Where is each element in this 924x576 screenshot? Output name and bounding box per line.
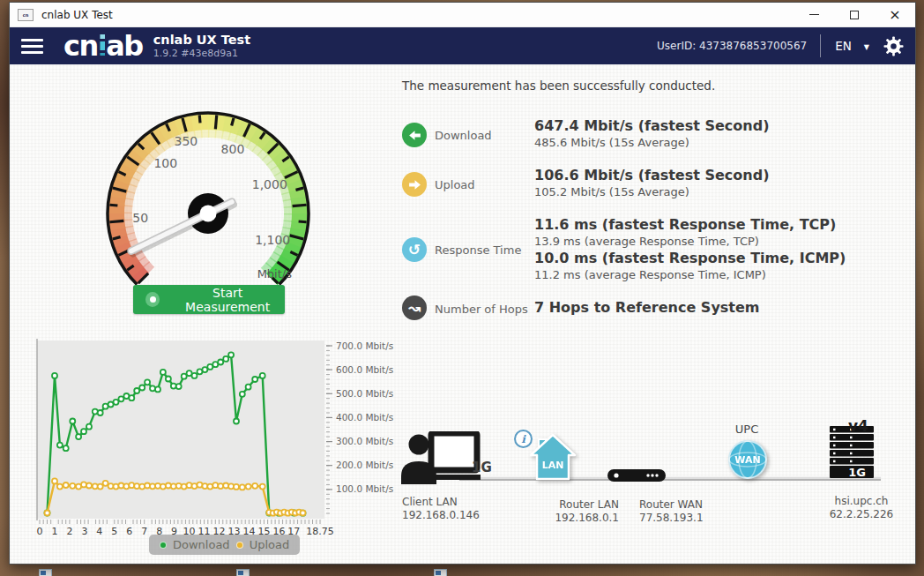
wan-globe-icon: WAN bbox=[727, 438, 769, 481]
svg-text:3: 3 bbox=[81, 526, 87, 537]
router-icon bbox=[607, 468, 666, 482]
desktop-shortcut-icon[interactable] bbox=[39, 569, 52, 576]
gear-icon bbox=[883, 36, 904, 56]
start-button-label: Start Measurement bbox=[170, 286, 285, 314]
settings-button[interactable] bbox=[883, 36, 904, 56]
hops-value: 7 Hops to Reference System bbox=[534, 299, 760, 317]
app-icon: cn bbox=[18, 9, 34, 21]
svg-text:800: 800 bbox=[221, 142, 245, 156]
response-time-icon: ↺ bbox=[402, 237, 427, 262]
svg-text:1,000: 1,000 bbox=[252, 177, 287, 191]
menu-button[interactable] bbox=[21, 39, 43, 54]
title-bar: cn cnlab UX Test × bbox=[10, 3, 915, 27]
record-icon bbox=[145, 292, 160, 307]
svg-text:200.0 Mbit/s: 200.0 Mbit/s bbox=[336, 460, 393, 470]
client-link-speed: 1G bbox=[472, 460, 492, 475]
upload-average: 105.2 Mbit/s (15s Average) bbox=[534, 184, 769, 200]
hops-icon: ↝ bbox=[402, 295, 427, 320]
svg-text:100: 100 bbox=[153, 156, 177, 170]
window-title: cnlab UX Test bbox=[41, 9, 113, 21]
desktop-shortcut-icon[interactable] bbox=[434, 569, 447, 576]
response-tcp-fastest: 11.6 ms (fastest Response Time, TCP) bbox=[534, 216, 846, 234]
server-link-speed: 1G bbox=[848, 466, 866, 479]
svg-text:600.0 Mbit/s: 600.0 Mbit/s bbox=[336, 364, 393, 375]
download-fastest: 647.4 Mbit/s (fastest Second) bbox=[534, 117, 769, 135]
svg-text:6: 6 bbox=[126, 526, 132, 537]
minimize-icon bbox=[809, 14, 819, 15]
svg-text:2: 2 bbox=[66, 526, 72, 537]
ip-version-badge: v4 bbox=[848, 417, 868, 435]
wan-label: WAN bbox=[734, 454, 760, 466]
minimize-button[interactable] bbox=[794, 3, 834, 26]
app-version: 1.9.2 #43e8d9a1 bbox=[153, 48, 250, 59]
upload-label: Upload bbox=[435, 178, 475, 191]
router-lan-label: Router LAN bbox=[517, 498, 619, 512]
hops-label: Number of Hops bbox=[435, 303, 528, 316]
svg-text:500.0 Mbit/s: 500.0 Mbit/s bbox=[336, 388, 393, 399]
gauge-unit-label: Mbit/s bbox=[208, 267, 292, 281]
status-message: The measurement has been successfully co… bbox=[402, 79, 715, 93]
svg-text:300.0 Mbit/s: 300.0 Mbit/s bbox=[336, 436, 393, 446]
maximize-button[interactable] bbox=[834, 3, 875, 26]
legend-download-label: Download bbox=[173, 538, 230, 551]
app-window: cn cnlab UX Test × cnlab cnlab UX Test 1… bbox=[9, 2, 916, 565]
response-tcp-average: 13.9 ms (average Response Time, TCP) bbox=[534, 234, 846, 250]
client-computer-icon bbox=[399, 431, 481, 484]
svg-text:18.75: 18.75 bbox=[306, 526, 334, 537]
svg-text:400.0 Mbit/s: 400.0 Mbit/s bbox=[336, 412, 393, 423]
legend-upload-label: Upload bbox=[250, 538, 290, 551]
response-icmp-fastest: 10.0 ms (fastest Response Time, ICMP) bbox=[534, 250, 846, 267]
client-lan-ip: 192.168.0.146 bbox=[402, 509, 480, 522]
provider-label: UPC bbox=[706, 423, 787, 436]
close-button[interactable]: × bbox=[875, 3, 915, 26]
desktop-shortcut-icon[interactable] bbox=[236, 569, 250, 576]
svg-text:5: 5 bbox=[111, 526, 117, 537]
lan-label: LAN bbox=[542, 460, 564, 471]
download-average: 485.6 Mbit/s (15s Average) bbox=[534, 135, 769, 151]
throughput-chart: 0123456789101112131415161718.75700.0 Mbi… bbox=[27, 336, 420, 543]
page-title: cnlab UX Test bbox=[153, 33, 250, 47]
lan-house-icon: LAN bbox=[527, 432, 578, 483]
download-legend-dot bbox=[160, 542, 167, 549]
cnlab-logo: cnlab bbox=[63, 32, 143, 60]
upload-fastest: 106.6 Mbit/s (fastest Second) bbox=[534, 167, 769, 184]
svg-text:350: 350 bbox=[174, 134, 197, 148]
network-connection-line bbox=[459, 476, 881, 481]
client-lan-label: Client LAN bbox=[402, 496, 480, 509]
start-measurement-button[interactable]: Start Measurement bbox=[133, 285, 285, 314]
content-area: The measurement has been successfully co… bbox=[10, 64, 915, 564]
svg-text:1: 1 bbox=[52, 526, 58, 537]
header-divider bbox=[820, 34, 821, 57]
svg-text:7: 7 bbox=[141, 526, 147, 537]
server-host: hsi.upc.ch bbox=[791, 495, 924, 508]
app-header: cnlab cnlab UX Test 1.9.2 #43e8d9a1 User… bbox=[10, 27, 915, 64]
upload-legend-dot bbox=[236, 542, 243, 549]
server-ip: 62.2.25.226 bbox=[791, 508, 924, 521]
router-wan-label: Router WAN bbox=[639, 498, 704, 512]
svg-text:4: 4 bbox=[96, 526, 102, 537]
chart-legend[interactable]: Download Upload bbox=[149, 535, 300, 555]
language-selector[interactable]: EN bbox=[835, 39, 852, 53]
router-lan-ip: 192.168.0.1 bbox=[517, 512, 619, 525]
chevron-down-icon[interactable]: ▼ bbox=[864, 43, 869, 51]
user-id: UserID: 4373876853700567 bbox=[657, 40, 807, 52]
upload-icon bbox=[402, 172, 427, 197]
download-icon bbox=[402, 123, 427, 147]
close-icon: × bbox=[889, 8, 900, 22]
maximize-icon bbox=[850, 11, 859, 19]
response-icmp-average: 11.2 ms (average Response Time, ICMP) bbox=[534, 267, 846, 283]
svg-text:100.0 Mbit/s: 100.0 Mbit/s bbox=[336, 483, 393, 494]
router-wan-ip: 77.58.193.1 bbox=[639, 512, 704, 525]
svg-text:50: 50 bbox=[132, 211, 148, 225]
svg-text:1,100: 1,100 bbox=[255, 233, 290, 247]
response-time-label: Response Time bbox=[435, 243, 521, 257]
svg-text:0: 0 bbox=[37, 526, 43, 537]
download-label: Download bbox=[435, 129, 492, 142]
svg-text:700.0 Mbit/s: 700.0 Mbit/s bbox=[336, 340, 393, 351]
